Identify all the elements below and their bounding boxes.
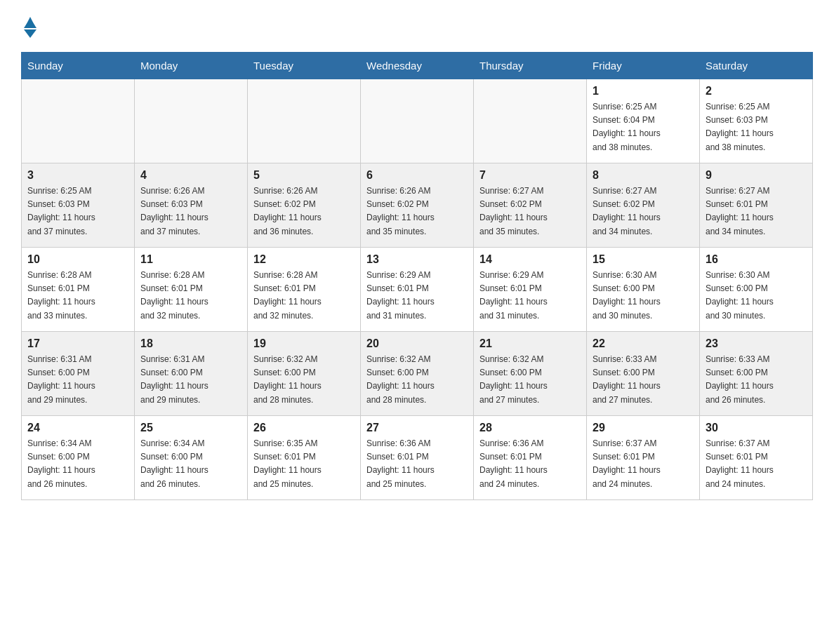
calendar-cell xyxy=(135,79,248,163)
cell-date-number: 24 xyxy=(27,422,128,434)
cell-date-number: 6 xyxy=(366,169,468,182)
calendar-cell: 14Sunrise: 6:29 AMSunset: 6:01 PMDayligh… xyxy=(474,248,587,332)
calendar-cell xyxy=(22,79,135,163)
weekday-header-saturday: Saturday xyxy=(700,53,813,79)
cell-sun-info: Sunrise: 6:32 AMSunset: 6:00 PMDaylight:… xyxy=(366,353,468,407)
calendar-cell: 25Sunrise: 6:34 AMSunset: 6:00 PMDayligh… xyxy=(135,416,248,500)
cell-sun-info: Sunrise: 6:33 AMSunset: 6:00 PMDaylight:… xyxy=(593,353,694,407)
cell-date-number: 13 xyxy=(366,253,468,266)
weekday-header-row: SundayMondayTuesdayWednesdayThursdayFrid… xyxy=(22,53,813,79)
calendar-cell xyxy=(361,79,474,163)
cell-date-number: 20 xyxy=(366,337,468,350)
cell-date-number: 30 xyxy=(706,422,807,434)
cell-date-number: 2 xyxy=(706,85,807,98)
calendar-cell xyxy=(248,79,361,163)
weekday-header-wednesday: Wednesday xyxy=(361,53,474,79)
calendar-row: 17Sunrise: 6:31 AMSunset: 6:00 PMDayligh… xyxy=(22,332,813,416)
cell-date-number: 27 xyxy=(366,422,468,434)
logo-arrow-icon xyxy=(24,29,37,38)
calendar-cell: 6Sunrise: 6:26 AMSunset: 6:02 PMDaylight… xyxy=(361,163,474,248)
calendar-row: 24Sunrise: 6:34 AMSunset: 6:00 PMDayligh… xyxy=(22,416,813,500)
svg-marker-3 xyxy=(24,29,37,38)
cell-date-number: 22 xyxy=(593,337,694,350)
calendar-cell: 21Sunrise: 6:32 AMSunset: 6:00 PMDayligh… xyxy=(474,332,587,416)
cell-sun-info: Sunrise: 6:27 AMSunset: 6:02 PMDaylight:… xyxy=(593,185,694,239)
cell-sun-info: Sunrise: 6:28 AMSunset: 6:01 PMDaylight:… xyxy=(140,269,241,323)
cell-date-number: 12 xyxy=(253,253,355,266)
calendar-row: 3Sunrise: 6:25 AMSunset: 6:03 PMDaylight… xyxy=(22,163,813,248)
weekday-header-thursday: Thursday xyxy=(474,53,587,79)
cell-sun-info: Sunrise: 6:33 AMSunset: 6:00 PMDaylight:… xyxy=(706,353,807,407)
cell-sun-info: Sunrise: 6:25 AMSunset: 6:03 PMDaylight:… xyxy=(706,100,807,154)
cell-sun-info: Sunrise: 6:25 AMSunset: 6:03 PMDaylight:… xyxy=(27,185,128,239)
calendar-cell: 16Sunrise: 6:30 AMSunset: 6:00 PMDayligh… xyxy=(700,248,813,332)
calendar-cell: 15Sunrise: 6:30 AMSunset: 6:00 PMDayligh… xyxy=(587,248,700,332)
cell-sun-info: Sunrise: 6:27 AMSunset: 6:01 PMDaylight:… xyxy=(706,185,807,239)
calendar-row: 1Sunrise: 6:25 AMSunset: 6:04 PMDaylight… xyxy=(22,79,813,163)
cell-sun-info: Sunrise: 6:35 AMSunset: 6:01 PMDaylight:… xyxy=(253,437,355,491)
calendar-cell: 27Sunrise: 6:36 AMSunset: 6:01 PMDayligh… xyxy=(361,416,474,500)
cell-sun-info: Sunrise: 6:26 AMSunset: 6:02 PMDaylight:… xyxy=(253,185,355,239)
calendar-cell: 8Sunrise: 6:27 AMSunset: 6:02 PMDaylight… xyxy=(587,163,700,248)
cell-sun-info: Sunrise: 6:29 AMSunset: 6:01 PMDaylight:… xyxy=(479,269,581,323)
cell-date-number: 5 xyxy=(253,169,355,182)
cell-date-number: 14 xyxy=(479,253,581,266)
cell-sun-info: Sunrise: 6:32 AMSunset: 6:00 PMDaylight:… xyxy=(479,353,581,407)
cell-sun-info: Sunrise: 6:28 AMSunset: 6:01 PMDaylight:… xyxy=(253,269,355,323)
cell-sun-info: Sunrise: 6:36 AMSunset: 6:01 PMDaylight:… xyxy=(479,437,581,491)
cell-date-number: 17 xyxy=(27,337,128,350)
cell-sun-info: Sunrise: 6:31 AMSunset: 6:00 PMDaylight:… xyxy=(140,353,241,407)
cell-date-number: 18 xyxy=(140,337,241,350)
weekday-header-sunday: Sunday xyxy=(22,53,135,79)
weekday-header-tuesday: Tuesday xyxy=(248,53,361,79)
cell-sun-info: Sunrise: 6:30 AMSunset: 6:00 PMDaylight:… xyxy=(593,269,694,323)
calendar-cell: 2Sunrise: 6:25 AMSunset: 6:03 PMDaylight… xyxy=(700,79,813,163)
cell-date-number: 26 xyxy=(253,422,355,434)
cell-date-number: 25 xyxy=(140,422,241,434)
cell-date-number: 28 xyxy=(479,422,581,434)
cell-date-number: 11 xyxy=(140,253,241,266)
cell-date-number: 29 xyxy=(593,422,694,434)
calendar-cell: 28Sunrise: 6:36 AMSunset: 6:01 PMDayligh… xyxy=(474,416,587,500)
cell-date-number: 10 xyxy=(27,253,128,266)
cell-date-number: 8 xyxy=(593,169,694,182)
cell-sun-info: Sunrise: 6:29 AMSunset: 6:01 PMDaylight:… xyxy=(366,269,468,323)
header xyxy=(21,14,813,38)
cell-date-number: 16 xyxy=(706,253,807,266)
weekday-header-monday: Monday xyxy=(135,53,248,79)
calendar-cell: 22Sunrise: 6:33 AMSunset: 6:00 PMDayligh… xyxy=(587,332,700,416)
calendar-cell: 30Sunrise: 6:37 AMSunset: 6:01 PMDayligh… xyxy=(700,416,813,500)
cell-date-number: 3 xyxy=(27,169,128,182)
cell-sun-info: Sunrise: 6:36 AMSunset: 6:01 PMDaylight:… xyxy=(366,437,468,491)
cell-sun-info: Sunrise: 6:31 AMSunset: 6:00 PMDaylight:… xyxy=(27,353,128,407)
calendar-cell: 9Sunrise: 6:27 AMSunset: 6:01 PMDaylight… xyxy=(700,163,813,248)
calendar-cell: 18Sunrise: 6:31 AMSunset: 6:00 PMDayligh… xyxy=(135,332,248,416)
calendar-cell: 26Sunrise: 6:35 AMSunset: 6:01 PMDayligh… xyxy=(248,416,361,500)
calendar-cell: 23Sunrise: 6:33 AMSunset: 6:00 PMDayligh… xyxy=(700,332,813,416)
calendar-cell: 17Sunrise: 6:31 AMSunset: 6:00 PMDayligh… xyxy=(22,332,135,416)
calendar-cell xyxy=(474,79,587,163)
cell-date-number: 15 xyxy=(593,253,694,266)
calendar-cell: 19Sunrise: 6:32 AMSunset: 6:00 PMDayligh… xyxy=(248,332,361,416)
cell-date-number: 7 xyxy=(479,169,581,182)
logo-triangle-icon xyxy=(22,14,38,29)
calendar-row: 10Sunrise: 6:28 AMSunset: 6:01 PMDayligh… xyxy=(22,248,813,332)
calendar-table: SundayMondayTuesdayWednesdayThursdayFrid… xyxy=(21,52,813,500)
calendar-cell: 11Sunrise: 6:28 AMSunset: 6:01 PMDayligh… xyxy=(135,248,248,332)
calendar-cell: 1Sunrise: 6:25 AMSunset: 6:04 PMDaylight… xyxy=(587,79,700,163)
logo xyxy=(21,14,39,38)
cell-date-number: 23 xyxy=(706,337,807,350)
calendar-cell: 5Sunrise: 6:26 AMSunset: 6:02 PMDaylight… xyxy=(248,163,361,248)
cell-sun-info: Sunrise: 6:25 AMSunset: 6:04 PMDaylight:… xyxy=(593,100,694,154)
calendar-cell: 10Sunrise: 6:28 AMSunset: 6:01 PMDayligh… xyxy=(22,248,135,332)
calendar-cell: 4Sunrise: 6:26 AMSunset: 6:03 PMDaylight… xyxy=(135,163,248,248)
cell-sun-info: Sunrise: 6:26 AMSunset: 6:02 PMDaylight:… xyxy=(366,185,468,239)
cell-sun-info: Sunrise: 6:32 AMSunset: 6:00 PMDaylight:… xyxy=(253,353,355,407)
calendar-cell: 13Sunrise: 6:29 AMSunset: 6:01 PMDayligh… xyxy=(361,248,474,332)
calendar-cell: 12Sunrise: 6:28 AMSunset: 6:01 PMDayligh… xyxy=(248,248,361,332)
cell-sun-info: Sunrise: 6:27 AMSunset: 6:02 PMDaylight:… xyxy=(479,185,581,239)
calendar-cell: 29Sunrise: 6:37 AMSunset: 6:01 PMDayligh… xyxy=(587,416,700,500)
calendar-cell: 24Sunrise: 6:34 AMSunset: 6:00 PMDayligh… xyxy=(22,416,135,500)
cell-sun-info: Sunrise: 6:30 AMSunset: 6:00 PMDaylight:… xyxy=(706,269,807,323)
calendar-cell: 3Sunrise: 6:25 AMSunset: 6:03 PMDaylight… xyxy=(22,163,135,248)
